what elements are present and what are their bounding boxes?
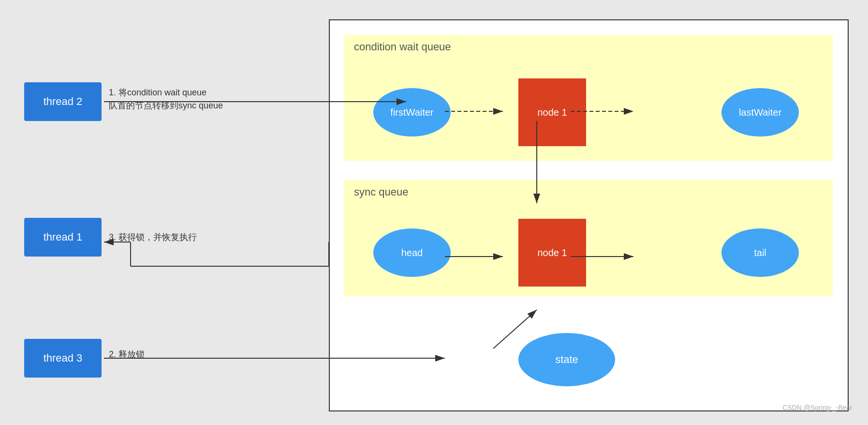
annotation-3: 3. 获得锁，并恢复执行 <box>109 231 197 243</box>
thread3-box: thread 3 <box>24 339 102 378</box>
thread1-box: thread 1 <box>24 218 102 257</box>
state-node: state <box>518 333 615 386</box>
thread2-box: thread 2 <box>24 82 102 121</box>
sync-queue: sync queue head node 1 tail <box>344 180 833 296</box>
annotation-1: 1. 将condition wait queue 队首的节点转移到sync qu… <box>109 86 223 112</box>
sync-node1: node 1 <box>518 219 586 287</box>
sync-queue-label: sync queue <box>354 186 409 198</box>
first-waiter-node: firstWaiter <box>373 88 451 137</box>
tail-node: tail <box>721 228 799 277</box>
watermark: CSDN @Spring-_-Bear <box>782 404 853 411</box>
annotation-2: 2. 释放锁 <box>109 349 145 360</box>
cond-node1: node 1 <box>518 78 586 146</box>
main-box: condition wait queue firstWaiter node 1 … <box>329 19 849 411</box>
head-node: head <box>373 228 451 277</box>
diagram-container: thread 2 thread 1 thread 3 1. 将condition… <box>10 10 858 415</box>
cond-queue-label: condition wait queue <box>354 41 451 53</box>
last-waiter-node: lastWaiter <box>721 88 799 137</box>
condition-wait-queue: condition wait queue firstWaiter node 1 … <box>344 35 833 161</box>
